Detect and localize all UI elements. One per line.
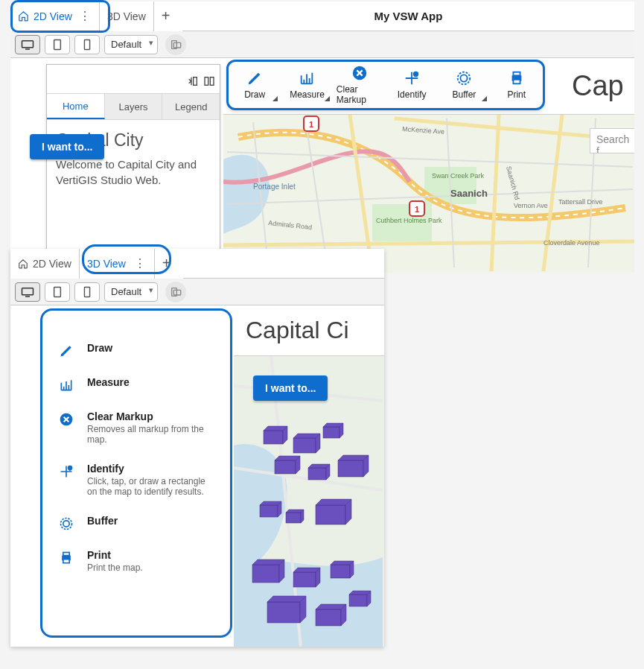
menu-label: Buffer xyxy=(87,515,118,527)
orientation-button[interactable] xyxy=(165,34,186,55)
panel-expand-icon[interactable] xyxy=(203,75,215,87)
svg-rect-44 xyxy=(308,468,326,480)
sp-tab-legend[interactable]: Legend xyxy=(162,94,220,119)
tab-2d-view[interactable]: 2D View xyxy=(10,249,80,279)
ruler-icon xyxy=(299,70,315,86)
device-phone-button[interactable] xyxy=(74,35,100,54)
print-icon xyxy=(508,70,525,86)
tab-3d-view[interactable]: 3D View xyxy=(100,1,154,31)
menu-item-draw[interactable]: Draw xyxy=(53,333,220,367)
svg-rect-53 xyxy=(286,513,301,523)
tab-add[interactable]: + xyxy=(154,1,182,31)
menu-label: Print xyxy=(87,549,143,561)
svg-rect-41 xyxy=(275,460,296,474)
layout-select[interactable]: Default xyxy=(104,35,158,54)
svg-rect-32 xyxy=(264,431,283,444)
tab-label: 3D View xyxy=(87,258,126,270)
sp-tab-layers[interactable]: Layers xyxy=(105,94,163,119)
tb-label: Identify xyxy=(398,89,427,100)
panel-collapse-icon[interactable] xyxy=(187,75,199,87)
tb-label: Draw xyxy=(244,89,265,100)
svg-marker-69 xyxy=(267,596,306,602)
menu-desc: Removes all markup from the map. xyxy=(87,424,214,445)
svg-marker-66 xyxy=(331,561,354,565)
device-phone-button[interactable] xyxy=(74,282,100,302)
sp-tab-home[interactable]: Home xyxy=(47,94,105,119)
svg-point-80 xyxy=(61,519,72,530)
i-want-to-button[interactable]: I want to... xyxy=(30,134,104,159)
dropdown-icon xyxy=(482,96,487,101)
menu-item-clear-markup[interactable]: Clear Markup Removes all markup from the… xyxy=(53,402,220,454)
svg-rect-7 xyxy=(210,77,214,86)
menu-item-print[interactable]: Print Print the map. xyxy=(53,540,220,582)
device-tablet-button[interactable] xyxy=(45,282,70,302)
tb-clear-markup[interactable]: Clear Markup xyxy=(337,65,383,105)
tb-draw[interactable]: Draw xyxy=(232,70,278,100)
i-want-to-button[interactable]: I want to... xyxy=(253,375,328,401)
pencil-icon xyxy=(57,343,75,358)
tab-3d-view[interactable]: 3D View ⋮ xyxy=(80,249,155,279)
svg-point-81 xyxy=(63,521,69,527)
home-icon xyxy=(18,259,28,269)
pencil-icon xyxy=(246,70,263,86)
tab-2d-view[interactable]: 2D View ⋮ xyxy=(10,1,100,31)
tab-label: 3D View xyxy=(107,10,146,22)
svg-rect-47 xyxy=(338,460,363,477)
svg-rect-38 xyxy=(323,427,339,438)
svg-rect-56 xyxy=(316,505,345,524)
ruler-icon xyxy=(57,378,75,393)
clear-icon xyxy=(57,412,75,427)
orientation-button[interactable] xyxy=(165,282,186,302)
svg-text:i: i xyxy=(415,72,417,77)
tb-buffer[interactable]: Buffer xyxy=(441,70,487,100)
tb-print[interactable]: Print xyxy=(494,70,540,100)
menu-label: Draw xyxy=(87,342,112,354)
map-title: Cap xyxy=(572,70,624,102)
tb-label: Print xyxy=(507,89,526,100)
svg-rect-2 xyxy=(84,39,89,49)
map-toolbar: Draw Measure Clear Markup i Identify xyxy=(226,60,545,110)
svg-rect-21 xyxy=(513,72,520,76)
menu-item-measure[interactable]: Measure xyxy=(53,367,220,402)
tab-menu-icon[interactable]: ⋮ xyxy=(78,9,92,23)
svg-rect-71 xyxy=(316,609,341,626)
svg-text:1: 1 xyxy=(309,120,313,129)
menu-label: Identify xyxy=(87,463,214,475)
svg-rect-65 xyxy=(331,565,350,578)
tool-menu: Draw Measure Clear Markup Removes all ma… xyxy=(40,308,232,638)
tb-identify[interactable]: i Identify xyxy=(389,70,435,100)
search-input[interactable]: Search f xyxy=(590,128,634,153)
svg-rect-50 xyxy=(260,505,278,517)
tb-label: Buffer xyxy=(453,89,476,100)
map-label: Vernon Ave xyxy=(514,202,548,209)
svg-rect-35 xyxy=(293,438,316,453)
map-title-strip: Capital Ci xyxy=(234,305,384,356)
svg-point-18 xyxy=(458,72,471,85)
tab-label: 2D View xyxy=(34,10,72,22)
menu-item-buffer[interactable]: Buffer xyxy=(53,506,220,540)
tab-menu-icon[interactable]: ⋮ xyxy=(133,256,147,270)
menu-desc: Print the map. xyxy=(87,562,143,573)
panel-welcome: Welcome to Capital City and VertiGIS Stu… xyxy=(56,156,211,188)
svg-rect-68 xyxy=(267,602,300,623)
menu-item-identify[interactable]: i Identify Click, tap, or draw a rectang… xyxy=(53,454,220,506)
app-title: My VSW App xyxy=(182,10,634,22)
svg-rect-25 xyxy=(84,287,89,297)
screenshot-2d-view: 2D View ⋮ 3D View + My VSW App Default xyxy=(10,1,634,273)
tb-measure[interactable]: Measure xyxy=(284,70,330,100)
layout-select[interactable]: Default xyxy=(104,282,158,302)
print-icon xyxy=(57,551,75,565)
svg-point-19 xyxy=(461,74,468,81)
device-desktop-button[interactable] xyxy=(15,282,40,302)
buffer-icon xyxy=(57,516,75,531)
tab-add[interactable]: + xyxy=(155,249,183,279)
map-label: Cuthbert Holmes Park xyxy=(376,217,442,224)
map-label: Tattersall Drive xyxy=(558,198,603,206)
device-tablet-button[interactable] xyxy=(45,35,70,54)
svg-rect-23 xyxy=(22,288,34,294)
view-tabbar: 2D View 3D View ⋮ + xyxy=(10,249,384,279)
device-desktop-button[interactable] xyxy=(15,35,40,54)
clear-icon xyxy=(351,65,368,81)
svg-marker-60 xyxy=(252,559,284,565)
device-bar: Default xyxy=(10,279,384,305)
